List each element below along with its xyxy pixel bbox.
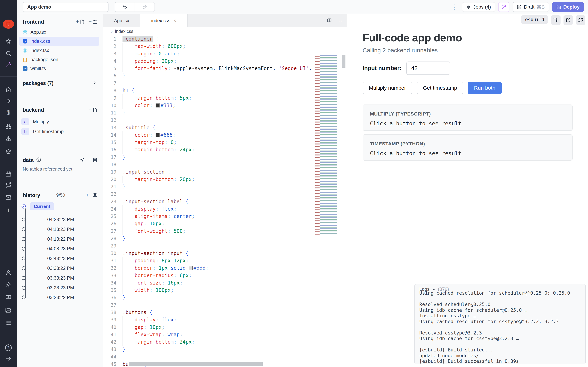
history-entry[interactable]: 03:43:23 PM (47, 256, 74, 261)
minimap[interactable] (315, 55, 339, 234)
history-entry[interactable]: 03:38:22 PM (47, 266, 74, 271)
runnable-label: Get timestamp (33, 129, 64, 134)
code-line: 43} (103, 346, 347, 353)
history-entry[interactable]: 04:23:23 PM (47, 217, 74, 222)
tab-index-css[interactable]: index.css × (140, 14, 188, 27)
history-point-icon (22, 286, 26, 290)
undo-button[interactable] (115, 2, 135, 12)
code-line: 1.container { (103, 35, 347, 43)
workspace-button[interactable] (0, 20, 17, 28)
backend-item-get-timestamp[interactable]: bGet timestamp (21, 128, 64, 135)
schedules-calendar-icon[interactable] (0, 170, 17, 178)
file-item-index-tsx[interactable]: index.tsx (19, 46, 99, 55)
code-line: 15margin-top: 0; (103, 139, 347, 146)
user-icon[interactable] (0, 268, 17, 277)
flows-route-icon[interactable] (0, 181, 17, 189)
timestamp-result-card: TIMESTAMP (PYTHON) Click a button to see… (363, 134, 573, 161)
file-item-App-tsx[interactable]: App.tsx (19, 28, 99, 37)
file-item-index-css[interactable]: 3index.css (19, 37, 99, 46)
mail-icon[interactable] (0, 193, 17, 202)
variables-dollar-icon[interactable]: $ (0, 108, 17, 117)
get-timestamp-button[interactable]: Get timestamp (417, 82, 463, 94)
folder-icon[interactable] (0, 306, 17, 314)
add-snapshot-button[interactable]: + (86, 192, 89, 198)
file-item-package-json[interactable]: {}package.json (19, 55, 99, 64)
backend-item-multiply[interactable]: aMultiply (21, 118, 49, 125)
draft-button[interactable]: Draft ⌘S (513, 2, 549, 12)
code-line: 6} (103, 72, 347, 80)
add-table-button[interactable]: + (88, 157, 98, 163)
camera-icon[interactable] (92, 192, 98, 198)
code-line: 30.input-section input { (103, 250, 347, 257)
add-runnable-button[interactable]: + (88, 107, 98, 113)
ai-assistant-button[interactable] (498, 2, 510, 12)
run-both-button[interactable]: Run both (468, 82, 502, 94)
jobs-button[interactable]: Jobs (4) (462, 2, 495, 12)
code-line: 12 (103, 117, 347, 124)
data-settings-gear-icon[interactable] (80, 157, 85, 163)
app-name-input[interactable]: App demo (23, 2, 109, 12)
vertical-scrollbar[interactable] (342, 55, 346, 68)
logs-output[interactable]: Using cached resolution for scheduler@^0… (415, 290, 585, 364)
code-line: 11} (103, 109, 347, 117)
dev-box-icon[interactable] (0, 293, 17, 301)
select-element-button[interactable] (551, 15, 561, 25)
left-nav-rail: $ + ? (0, 0, 17, 367)
card-heading: MULTIPLY (TYPESCRIPT) (370, 111, 565, 117)
file-item-wmill-ts[interactable]: TSwmill.ts (19, 64, 99, 73)
close-tab-icon[interactable]: × (173, 18, 176, 24)
code-line: 19.input-section { (103, 168, 347, 176)
ai-wand-icon[interactable] (0, 61, 17, 69)
split-pane-icon[interactable] (327, 18, 332, 24)
breadcrumb-file[interactable]: index.css (115, 29, 133, 34)
history-entry[interactable]: 03:33:23 PM (47, 275, 74, 281)
logs-list-icon[interactable] (0, 319, 17, 327)
breadcrumb: › index.css (103, 27, 347, 35)
search-icon[interactable] (0, 49, 17, 58)
open-external-button[interactable] (563, 15, 573, 25)
editor-more-icon[interactable]: ··· (336, 18, 343, 24)
code-area[interactable]: 1.container {2max-width: 600px;3margin: … (103, 35, 347, 367)
history-entry[interactable]: 04:13:22 PM (47, 236, 74, 242)
history-entry[interactable]: 04:18:23 PM (47, 227, 74, 232)
history-entry[interactable]: 04:08:23 PM (47, 246, 74, 251)
help-icon[interactable]: ? (0, 344, 17, 352)
code-line: 26gap: 10px; (103, 220, 347, 227)
chevron-icon[interactable]: › (111, 28, 112, 34)
packages-row[interactable]: packages (7) (23, 80, 97, 86)
history-entry[interactable]: 03:23:22 PM (47, 295, 74, 300)
code-line: 3margin: 0 auto; (103, 50, 347, 58)
favorites-star-icon[interactable] (0, 37, 17, 46)
bundler-badge[interactable]: esbuild (521, 15, 548, 24)
runs-play-icon[interactable] (0, 97, 17, 105)
refresh-button[interactable] (576, 15, 585, 25)
input-number-field[interactable]: 42 (406, 61, 450, 75)
add-plus-icon[interactable]: + (0, 206, 17, 214)
more-menu-kebab-icon[interactable]: ⋮ (450, 3, 459, 11)
history-point-icon (22, 296, 26, 299)
history-entry[interactable]: 03:28:23 PM (47, 285, 74, 291)
add-file-button[interactable]: + (76, 18, 85, 25)
horizontal-scrollbar[interactable] (129, 362, 263, 366)
tab-app-tsx[interactable]: App.tsx (103, 14, 140, 27)
collapse-arrow-icon[interactable] (0, 355, 17, 363)
history-current-badge[interactable]: Current (30, 202, 54, 210)
backend-title: backend (23, 107, 44, 113)
draft-label: Draft (524, 4, 535, 10)
settings-gear-icon[interactable] (0, 281, 17, 289)
graduation-cap-icon[interactable] (0, 148, 17, 156)
info-icon[interactable] (36, 157, 41, 163)
resources-cubes-icon[interactable] (0, 122, 17, 131)
multiply-number-button[interactable]: Multiply number (363, 82, 412, 94)
code-line: 18 (103, 161, 347, 168)
code-line: 23.input-section label { (103, 198, 347, 205)
code-line: 14color: #666; (103, 131, 347, 139)
home-icon[interactable] (0, 85, 17, 94)
redo-button[interactable] (135, 2, 155, 12)
add-folder-button[interactable]: + (88, 18, 98, 25)
prism-icon[interactable] (0, 135, 17, 143)
react-file-icon (22, 48, 28, 53)
deploy-button[interactable]: Deploy (552, 2, 584, 12)
card-body: Click a button to see result (370, 150, 565, 156)
backend-section-header: backend + (23, 107, 98, 113)
